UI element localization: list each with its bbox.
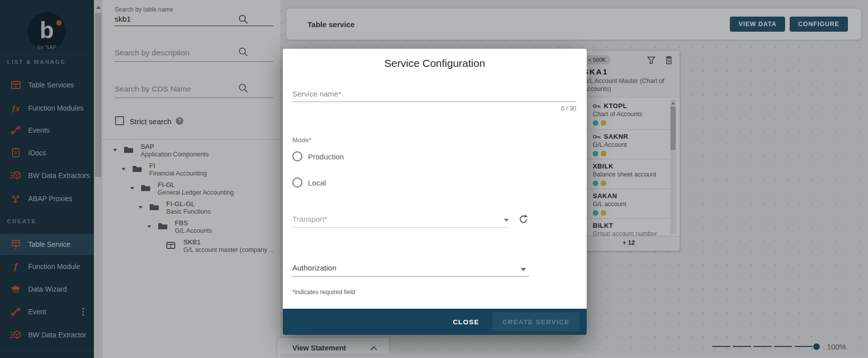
input-underline <box>292 102 576 102</box>
char-counter: 0 / 30 <box>561 105 576 112</box>
radio-label: Local <box>308 178 326 187</box>
chevron-down-icon[interactable] <box>504 219 509 222</box>
transport-select[interactable]: Transport* <box>292 215 327 223</box>
create-service-button[interactable]: CREATE SERVICE <box>492 312 580 331</box>
service-name-input[interactable]: Service name* <box>292 89 342 98</box>
mode-label: Mode* <box>292 136 311 144</box>
radio-label: Production <box>308 152 344 161</box>
radio-circle-icon[interactable] <box>292 151 302 161</box>
authorization-underline <box>292 276 529 277</box>
required-field-note: *indicates required field <box>292 289 355 296</box>
radio-production[interactable]: Production <box>292 151 344 162</box>
refresh-icon[interactable] <box>518 214 529 225</box>
dialog-footer: CLOSE CREATE SERVICE <box>283 309 587 335</box>
service-configuration-dialog: Service Configuration Service name* 0 / … <box>283 49 587 335</box>
dialog-title: Service Configuration <box>283 57 587 69</box>
radio-local[interactable]: Local <box>292 177 326 188</box>
authorization-select[interactable]: Authorization <box>292 263 337 272</box>
close-button[interactable]: CLOSE <box>453 318 479 326</box>
radio-circle-icon[interactable] <box>292 177 302 188</box>
transport-underline <box>292 227 509 228</box>
chevron-down-icon[interactable] <box>521 268 526 271</box>
